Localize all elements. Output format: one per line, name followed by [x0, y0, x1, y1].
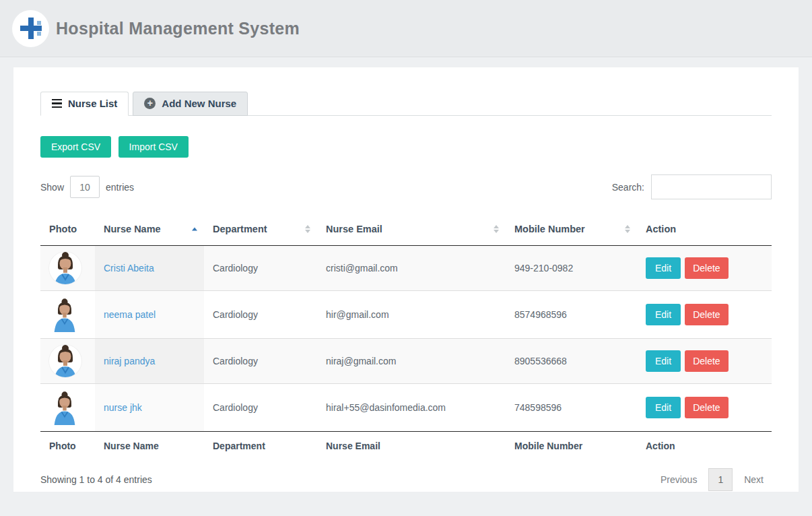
nurse-photo-image [51, 297, 78, 332]
mobile-number-cell: 949-210-0982 [506, 246, 637, 291]
sort-both-icon [305, 225, 310, 233]
column-header-label: Mobile Number [514, 224, 585, 234]
table-body: Cristi AbeitaCardiologycristi@gmail.com9… [40, 246, 772, 432]
action-cell: EditDelete [637, 246, 772, 291]
show-label: Show [40, 182, 64, 193]
search-input[interactable] [651, 174, 772, 199]
edit-button[interactable]: Edit [646, 397, 681, 418]
action-cell: EditDelete [637, 291, 772, 339]
table-summary: Showing 1 to 4 of 4 entries [40, 474, 152, 485]
mobile-number-cell: 8574968596 [506, 291, 637, 339]
entries-control: Show entries [40, 176, 134, 198]
table-footer-row: PhotoNurse NameDepartmentNurse EmailMobi… [40, 432, 772, 461]
nurse-email-cell: cristi@gmail.com [317, 246, 506, 291]
delete-button[interactable]: Delete [685, 257, 728, 279]
footer-column-nurse-email: Nurse Email [317, 432, 506, 461]
nurse-table: PhotoNurse NameDepartmentNurse EmailMobi… [40, 213, 772, 460]
entries-label: entries [106, 182, 134, 193]
column-header-label: Nurse Email [326, 224, 382, 234]
nurse-photo-image [49, 345, 81, 377]
pagination-page-1[interactable]: 1 [708, 468, 733, 491]
nurse-email-cell: hiral+55@dasinfomedia.com [317, 384, 506, 432]
nurse-email-cell: hir@gmail.com [317, 291, 506, 339]
photo-cell [40, 339, 95, 384]
column-header-department[interactable]: Department [204, 213, 317, 246]
nurse-photo-image [51, 390, 78, 425]
tab-bar: Nurse List + Add New Nurse [40, 92, 772, 116]
pagination-previous[interactable]: Previous [652, 469, 705, 490]
department-cell: Cardiology [204, 291, 317, 339]
entries-count-input[interactable] [70, 176, 100, 198]
tab-add-new-nurse[interactable]: + Add New Nurse [133, 92, 248, 116]
nurse-name-cell: niraj pandya [95, 339, 204, 384]
column-header-nurse-name[interactable]: Nurse Name [95, 213, 204, 246]
page-title: Hospital Management System [56, 19, 300, 38]
pagination: Previous 1 Next [652, 468, 772, 491]
menu-icon [52, 99, 62, 108]
hospital-logo [12, 10, 49, 47]
nurse-email-cell: niraj@gmail.com [317, 339, 506, 384]
table-row: nurse jhkCardiologyhiral+55@dasinfomedia… [40, 384, 772, 432]
photo-cell [40, 246, 95, 291]
action-cell: EditDelete [637, 339, 772, 384]
department-cell: Cardiology [204, 339, 317, 384]
nurse-photo [49, 252, 81, 284]
nurse-name-link[interactable]: Cristi Abeita [104, 263, 154, 273]
nurse-name-link[interactable]: nurse jhk [104, 402, 142, 413]
delete-button[interactable]: Delete [685, 350, 728, 372]
photo-cell [40, 291, 95, 339]
footer-column-department: Department [204, 432, 317, 461]
edit-button[interactable]: Edit [646, 350, 681, 372]
mobile-number-cell: 748598596 [506, 384, 637, 432]
table-row: Cristi AbeitaCardiologycristi@gmail.com9… [40, 246, 772, 291]
sort-asc-icon [192, 228, 197, 231]
nurse-photo [49, 345, 81, 377]
column-header-label: Department [213, 224, 267, 234]
search-label: Search: [612, 182, 644, 193]
sort-both-icon [494, 225, 499, 233]
import-csv-button[interactable]: Import CSV [119, 136, 189, 158]
csv-toolbar: Export CSV Import CSV [40, 136, 772, 158]
nurse-name-link[interactable]: niraj pandya [104, 356, 155, 366]
department-cell: Cardiology [204, 246, 317, 291]
nurse-name-cell: neema patel [95, 291, 204, 339]
nurse-name-link[interactable]: neema patel [104, 309, 156, 320]
column-header-label: Nurse Name [104, 224, 161, 234]
department-cell: Cardiology [204, 384, 317, 432]
table-row: neema patelCardiologyhir@gmail.com857496… [40, 291, 772, 339]
tab-label: Add New Nurse [162, 98, 236, 109]
content-card: Nurse List + Add New Nurse Export CSV Im… [13, 67, 799, 492]
nurse-photo [51, 297, 78, 332]
footer-column-nurse-name: Nurse Name [95, 432, 204, 461]
search-control: Search: [612, 174, 772, 199]
footer-column-photo: Photo [40, 432, 95, 461]
table-header-row: PhotoNurse NameDepartmentNurse EmailMobi… [40, 213, 772, 246]
edit-button[interactable]: Edit [646, 257, 681, 279]
nurse-photo-image [49, 252, 81, 284]
delete-button[interactable]: Delete [685, 304, 728, 325]
footer-column-action: Action [637, 432, 772, 461]
tab-nurse-list[interactable]: Nurse List [40, 92, 129, 116]
column-header-label: Action [646, 224, 676, 234]
edit-button[interactable]: Edit [646, 304, 681, 325]
nurse-name-cell: nurse jhk [95, 384, 204, 432]
table-controls: Show entries Search: [40, 174, 772, 199]
tab-label: Nurse List [68, 98, 117, 109]
delete-button[interactable]: Delete [685, 397, 728, 418]
mobile-number-cell: 8905536668 [506, 339, 637, 384]
pagination-next[interactable]: Next [736, 469, 772, 490]
plus-circle-icon: + [144, 98, 156, 109]
footer-column-mobile-number: Mobile Number [506, 432, 637, 461]
app-header: Hospital Management System [0, 0, 812, 57]
column-header-nurse-email[interactable]: Nurse Email [317, 213, 506, 246]
column-header-mobile-number[interactable]: Mobile Number [506, 213, 637, 246]
export-csv-button[interactable]: Export CSV [40, 136, 111, 158]
action-cell: EditDelete [637, 384, 772, 432]
column-header-photo: Photo [40, 213, 95, 246]
sort-both-icon [625, 225, 630, 233]
column-header-action: Action [637, 213, 772, 246]
photo-cell [40, 384, 95, 432]
nurse-photo [51, 390, 78, 425]
column-header-label: Photo [49, 224, 77, 234]
table-row: niraj pandyaCardiologyniraj@gmail.com890… [40, 339, 772, 384]
